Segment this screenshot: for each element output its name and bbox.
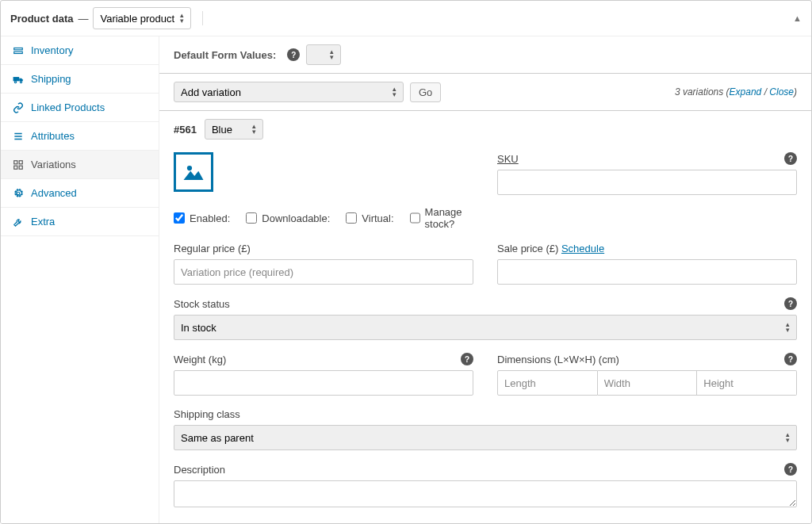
svg-rect-1 (14, 52, 23, 53)
add-variation-select[interactable]: Add variation (174, 82, 404, 102)
tab-variations[interactable]: Variations (1, 151, 159, 179)
divider (202, 11, 203, 25)
help-icon[interactable]: ? (784, 297, 797, 310)
downloadable-checkbox[interactable]: Downloadable: (246, 212, 330, 224)
sale-price-label: Sale price (£) (497, 243, 558, 254)
regular-price-input[interactable] (174, 259, 473, 285)
svg-rect-11 (19, 166, 22, 169)
list-icon (12, 131, 25, 142)
variation-561: #561 Blue ▴▾ Enabled: (159, 111, 811, 523)
shipping-class-select[interactable]: Same as parent (174, 425, 797, 450)
help-icon[interactable]: ? (784, 152, 797, 165)
schedule-link[interactable]: Schedule (561, 243, 604, 254)
width-input[interactable] (598, 370, 698, 396)
help-icon[interactable]: ? (784, 353, 797, 365)
title-dash: — (78, 13, 88, 25)
default-attribute-select[interactable] (306, 44, 341, 65)
svg-point-4 (20, 81, 21, 82)
regular-price-label: Regular price (£) (174, 243, 251, 254)
product-data-panel: Product data — Variable product ▴▾ ▲ Inv… (0, 0, 812, 524)
sku-label: SKU (497, 153, 519, 165)
virtual-checkbox[interactable]: Virtual: (346, 212, 393, 224)
variations-content: Default Form Values: ? ▴▾ Add variation … (159, 36, 811, 523)
link-icon (12, 102, 25, 113)
svg-rect-9 (19, 160, 22, 163)
tab-label: Variations (31, 159, 76, 170)
tab-inventory[interactable]: Inventory (1, 36, 159, 65)
wrench-icon (12, 216, 25, 228)
svg-rect-10 (14, 166, 17, 169)
tab-attributes[interactable]: Attributes (1, 122, 159, 151)
weight-label: Weight (kg) (174, 354, 226, 365)
inventory-icon (12, 45, 25, 56)
tab-linked-products[interactable]: Linked Products (1, 94, 159, 122)
weight-input[interactable] (174, 370, 473, 396)
go-button[interactable]: Go (410, 82, 441, 102)
add-variation-section: Add variation ▴▾ Go 3 variations (Expand… (159, 74, 811, 111)
tab-advanced[interactable]: Advanced (1, 179, 159, 208)
tab-label: Attributes (31, 130, 75, 142)
panel-header: Product data — Variable product ▴▾ ▲ (1, 1, 811, 36)
svg-point-12 (17, 192, 20, 195)
help-icon[interactable]: ? (784, 463, 797, 476)
tab-label: Advanced (31, 187, 77, 199)
gear-icon (12, 188, 25, 199)
default-form-section: Default Form Values: ? ▴▾ (159, 36, 811, 74)
sale-price-input[interactable] (497, 259, 797, 285)
product-type-select[interactable]: Variable product (93, 7, 191, 29)
sku-input[interactable] (497, 170, 797, 195)
panel-title: Product data (10, 13, 73, 25)
svg-rect-2 (13, 77, 20, 81)
default-form-label: Default Form Values: (174, 49, 276, 61)
variations-meta: 3 variations (Expand / Close) (675, 86, 797, 98)
shipping-class-label: Shipping class (174, 408, 240, 420)
stock-status-label: Stock status (174, 298, 230, 310)
close-link[interactable]: Close (769, 86, 794, 98)
length-input[interactable] (497, 370, 598, 396)
tab-label: Extra (31, 216, 55, 228)
panel-collapse-icon[interactable]: ▲ (793, 13, 802, 23)
height-input[interactable] (697, 370, 797, 396)
truck-icon (12, 74, 25, 85)
svg-rect-8 (14, 160, 17, 163)
description-label: Description (174, 464, 225, 476)
tabs-sidebar: Inventory Shipping Linked Products Attri… (1, 36, 159, 523)
expand-link[interactable]: Expand (730, 86, 762, 98)
panel-body: Inventory Shipping Linked Products Attri… (1, 36, 811, 523)
stock-status-select[interactable]: In stock (174, 315, 797, 340)
help-icon[interactable]: ? (287, 48, 300, 61)
variation-attribute-select[interactable]: Blue (205, 119, 263, 140)
svg-rect-0 (14, 48, 23, 49)
tab-shipping[interactable]: Shipping (1, 65, 159, 94)
help-icon[interactable]: ? (461, 353, 473, 365)
enabled-checkbox[interactable]: Enabled: (174, 212, 230, 224)
variation-id: #561 (174, 124, 197, 136)
dimensions-label: Dimensions (L×W×H) (cm) (497, 354, 619, 365)
tab-label: Inventory (31, 44, 73, 56)
tab-extra[interactable]: Extra (1, 208, 159, 236)
svg-point-3 (14, 81, 16, 82)
svg-point-14 (187, 166, 192, 170)
manage-stock-checkbox[interactable]: Manage stock? (410, 206, 473, 230)
variation-image-upload[interactable] (174, 152, 213, 192)
description-textarea[interactable] (174, 480, 797, 507)
tab-label: Linked Products (31, 101, 105, 113)
tab-label: Shipping (31, 73, 71, 85)
variations-count: 3 variations (675, 86, 723, 98)
grid-icon (12, 159, 25, 170)
